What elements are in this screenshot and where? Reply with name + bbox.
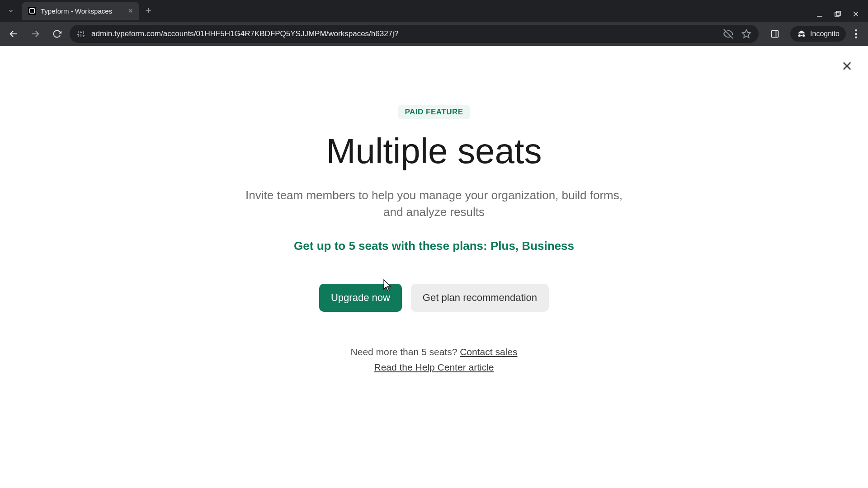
new-tab-button[interactable]: +	[146, 5, 151, 17]
back-button[interactable]	[5, 25, 23, 43]
incognito-badge[interactable]: Incognito	[790, 26, 846, 42]
svg-point-22	[855, 37, 857, 38]
footnote: Need more than 5 seats? Contact sales Re…	[231, 344, 637, 375]
maximize-icon[interactable]	[835, 11, 841, 17]
svg-point-20	[855, 29, 857, 31]
browser-toolbar: admin.typeform.com/accounts/01HHF5H1G4R7…	[0, 22, 868, 46]
footnote-prefix: Need more than 5 seats?	[351, 347, 460, 357]
tab-title: Typeform - Workspaces	[41, 7, 123, 15]
incognito-icon	[797, 29, 807, 39]
page-content: ✕ PAID FEATURE Multiple seats Invite tea…	[0, 46, 868, 488]
plans-info: Get up to 5 seats with these plans: Plus…	[231, 239, 637, 253]
close-window-icon[interactable]	[853, 11, 859, 17]
url-text: admin.typeform.com/accounts/01HHF5H1G4R7…	[91, 29, 717, 38]
help-center-link[interactable]: Read the Help Center article	[374, 362, 494, 372]
typeform-favicon	[28, 7, 36, 15]
modal-description: Invite team members to help you manage y…	[231, 187, 637, 221]
button-row: Upgrade now Get plan recommendation	[231, 284, 637, 312]
bookmark-star-icon[interactable]	[741, 29, 751, 39]
browser-menu-icon[interactable]	[852, 29, 860, 38]
forward-button[interactable]	[26, 25, 44, 43]
site-settings-icon[interactable]	[77, 30, 85, 38]
incognito-label: Incognito	[810, 30, 840, 38]
upgrade-now-button[interactable]: Upgrade now	[319, 284, 402, 312]
sidepanel-icon[interactable]	[766, 25, 784, 43]
close-tab-icon[interactable]: ×	[128, 7, 133, 15]
modal-title: Multiple seats	[231, 132, 637, 171]
reload-button[interactable]	[48, 25, 66, 43]
browser-tab-strip: Typeform - Workspaces × +	[0, 0, 868, 22]
browser-tab[interactable]: Typeform - Workspaces ×	[22, 2, 139, 20]
tab-search-dropdown[interactable]	[3, 3, 19, 19]
address-bar[interactable]: admin.typeform.com/accounts/01HHF5H1G4R7…	[70, 25, 759, 43]
upsell-modal: PAID FEATURE Multiple seats Invite team …	[231, 46, 637, 375]
plan-recommendation-button[interactable]: Get plan recommendation	[411, 284, 549, 312]
paid-feature-badge: PAID FEATURE	[398, 105, 469, 119]
svg-point-21	[855, 33, 857, 35]
close-modal-button[interactable]: ✕	[841, 60, 853, 73]
minimize-icon[interactable]	[816, 11, 823, 17]
eye-off-icon[interactable]	[723, 29, 733, 39]
svg-rect-18	[772, 31, 778, 38]
svg-marker-17	[742, 30, 750, 38]
contact-sales-link[interactable]: Contact sales	[460, 347, 517, 357]
